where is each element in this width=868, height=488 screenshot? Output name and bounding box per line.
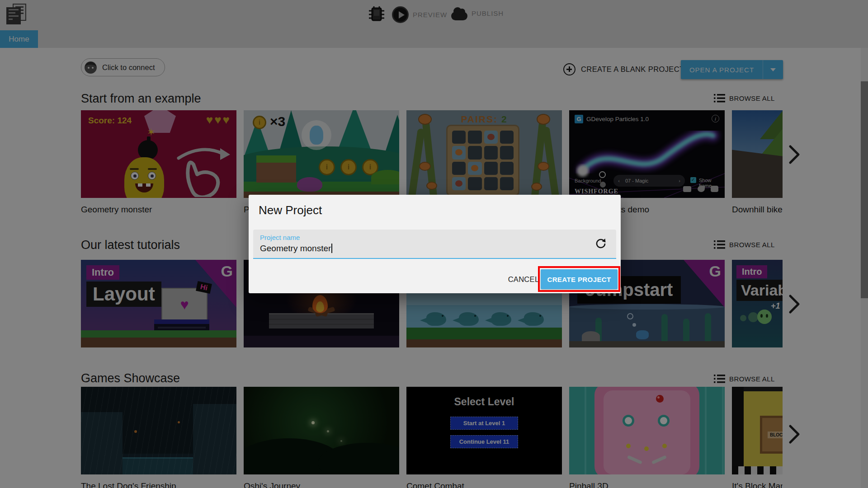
dialog-title: New Project bbox=[259, 203, 322, 217]
project-name-label: Project name bbox=[260, 234, 300, 241]
refresh-icon[interactable] bbox=[594, 237, 607, 250]
project-name-value: Geometry monster bbox=[260, 244, 332, 253]
project-name-field[interactable]: Project name Geometry monster bbox=[253, 230, 616, 259]
project-name-text: Geometry monster bbox=[260, 244, 331, 253]
text-cursor bbox=[331, 244, 332, 253]
cancel-button[interactable]: CANCEL bbox=[506, 274, 541, 285]
annotation-highlight-box bbox=[538, 266, 620, 292]
